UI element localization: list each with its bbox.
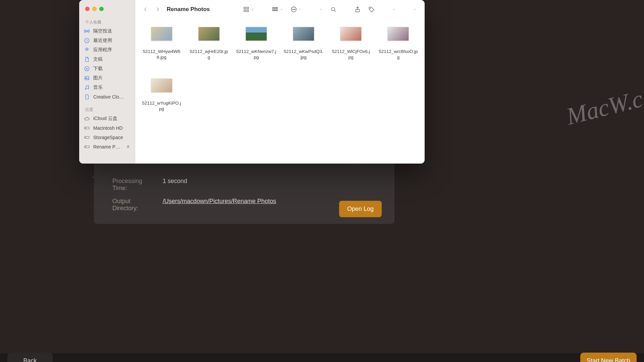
file-grid: 52112_WHyw4W68.jpg52112_wjHrE20r.jpg5211…: [135, 19, 425, 164]
sidebar-item-icloud[interactable]: iCloud 云盘: [79, 114, 135, 123]
svg-point-0: [86, 31, 88, 32]
sidebar-item-label: iCloud 云盘: [93, 116, 117, 122]
maximize-icon[interactable]: [99, 7, 104, 11]
share-button[interactable]: [352, 4, 364, 14]
svg-rect-17: [273, 7, 274, 8]
processing-time-value: 1 second: [163, 178, 187, 192]
svg-point-29: [370, 8, 371, 9]
sidebar-item-documents[interactable]: 文稿: [79, 55, 135, 64]
sidebar-item-recents[interactable]: 最近使用: [79, 36, 135, 45]
svg-rect-22: [276, 10, 277, 11]
chevron-down-icon: [299, 6, 302, 12]
sidebar-item-storagespace[interactable]: StorageSpace: [79, 133, 135, 142]
file-thumbnail: [151, 27, 172, 41]
file-thumbnail: [246, 27, 267, 41]
nav-forward-button[interactable]: [153, 4, 163, 14]
sidebar-item-creative-cloud[interactable]: Creative Clo…: [79, 92, 135, 102]
file-thumbnail: [387, 27, 409, 41]
applications-icon: [84, 47, 90, 53]
sidebar-item-label: 隔空投送: [93, 28, 112, 34]
svg-point-25: [293, 9, 294, 10]
svg-rect-18: [274, 7, 276, 8]
sidebar-item-label: 最近使用: [93, 38, 112, 44]
file-item[interactable]: 52112_wjHrE20r.jpg: [186, 27, 232, 77]
svg-point-24: [292, 9, 293, 10]
recents-icon: [84, 38, 90, 44]
sidebar-item-rename-photos-disk[interactable]: Rename P…: [79, 142, 135, 152]
footer-bar: Back Start New Batch: [0, 353, 644, 362]
pictures-icon: [84, 75, 90, 81]
svg-rect-15: [244, 10, 246, 12]
cloud-icon: [84, 116, 90, 122]
finder-toolbar: Rename Photos: [135, 0, 425, 19]
sidebar-item-label: Macintosh HD: [93, 125, 123, 131]
sidebar-item-label: Creative Clo…: [93, 94, 124, 100]
chevron-down-icon: [319, 6, 323, 12]
toolbar-overflow-chevron-2[interactable]: [390, 4, 398, 14]
file-item[interactable]: 52112_wKwPsdQ3.jpg: [281, 27, 327, 77]
toolbar-overflow-chevron-3[interactable]: [411, 4, 419, 14]
toolbar-overflow-chevron[interactable]: [317, 4, 325, 14]
sidebar-item-music[interactable]: 音乐: [79, 83, 135, 92]
view-mode-button[interactable]: [240, 4, 257, 14]
file-item[interactable]: 52112_wKNenzw7.jpg: [233, 27, 279, 77]
start-new-batch-button[interactable]: Start New Batch: [580, 353, 637, 362]
output-directory-label: Output Directory:: [112, 198, 156, 212]
sidebar-item-label: 下载: [93, 66, 103, 72]
file-thumbnail: [340, 27, 362, 41]
svg-rect-13: [244, 7, 246, 9]
sidebar-item-applications[interactable]: 应用程序: [79, 45, 135, 55]
svg-point-5: [85, 88, 86, 89]
svg-point-8: [86, 128, 86, 128]
svg-point-23: [291, 7, 297, 12]
file-item[interactable]: 52112_wrc6fsoO.jpg: [375, 27, 421, 77]
sidebar-item-downloads[interactable]: 下载: [79, 64, 135, 73]
file-thumbnail: [151, 78, 172, 93]
file-thumbnail: [198, 27, 220, 41]
sidebar-section-favorites: 个人收藏: [79, 17, 135, 26]
minimize-icon[interactable]: [92, 7, 97, 11]
group-by-button[interactable]: [269, 4, 286, 14]
finder-main: Rename Photos: [135, 0, 425, 164]
sidebar-item-label: StorageSpace: [93, 135, 123, 140]
svg-point-27: [331, 7, 335, 11]
svg-rect-16: [247, 10, 249, 12]
svg-rect-28: [356, 9, 360, 12]
sidebar-item-pictures[interactable]: 图片: [79, 73, 135, 83]
eject-icon[interactable]: [126, 144, 130, 149]
open-log-button[interactable]: Open Log: [339, 201, 382, 217]
file-item[interactable]: 52112_WlCjFOx6.jpg: [328, 27, 374, 77]
chevron-down-icon: [413, 6, 417, 12]
window-controls: [85, 7, 104, 11]
sidebar-item-airdrop[interactable]: 隔空投送: [79, 26, 135, 36]
watermark: MacW.c: [564, 85, 644, 130]
output-directory-link[interactable]: /Users/macdown/Pictures/Rename Photos: [163, 198, 276, 212]
file-name: 52112_wKwPsdQ3.jpg: [283, 49, 324, 60]
file-name: 52112_WlCjFOx6.jpg: [331, 49, 371, 60]
sidebar-item-label: 音乐: [93, 84, 103, 90]
chevron-down-icon: [280, 6, 283, 12]
sidebar-item-label: Rename P…: [93, 144, 120, 149]
back-button[interactable]: Back: [7, 353, 53, 362]
music-icon: [84, 84, 90, 90]
search-button[interactable]: [327, 4, 339, 14]
svg-point-12: [86, 146, 86, 147]
action-menu-button[interactable]: [288, 4, 305, 14]
file-item[interactable]: 52112_WHyw4W68.jpg: [139, 27, 184, 77]
file-item[interactable]: 52112_wYugKiPO.jpg: [139, 78, 184, 129]
disk-icon: [84, 134, 90, 140]
sidebar-item-macintosh-hd[interactable]: Macintosh HD: [79, 123, 135, 133]
finder-sidebar: 个人收藏 隔空投送 最近使用 应用程序 文稿 下载 图片 音乐: [79, 0, 135, 164]
file-thumbnail: [293, 27, 314, 41]
close-icon[interactable]: [85, 7, 90, 11]
chevron-updown-icon: [251, 6, 254, 12]
tags-button[interactable]: [366, 4, 378, 14]
nav-back-button[interactable]: [141, 4, 151, 14]
file-icon: [84, 94, 90, 100]
sidebar-item-label: 应用程序: [93, 47, 112, 53]
svg-rect-14: [247, 7, 249, 9]
file-name: 52112_wYugKiPO.jpg: [142, 101, 182, 112]
documents-icon: [84, 56, 90, 62]
file-name: 52112_wjHrE20r.jpg: [189, 49, 229, 60]
svg-rect-21: [274, 10, 276, 11]
